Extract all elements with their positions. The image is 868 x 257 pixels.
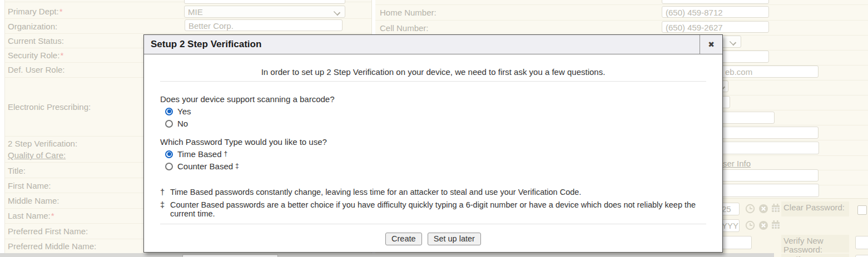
primary-dept-select[interactable]: MIE — [184, 6, 345, 18]
label-home-number: Home Number: — [380, 8, 437, 17]
cell-number-input[interactable]: (650) 459-2627 — [662, 21, 769, 33]
double-dagger-symbol: ‡ — [160, 200, 170, 218]
clock-icon[interactable] — [745, 204, 755, 214]
radio-label: Time Based — [177, 149, 221, 159]
label-def-user-role: Def. User Role: — [8, 65, 65, 74]
row-divider — [375, 4, 868, 5]
calendar-icon[interactable] — [771, 203, 781, 213]
dialog-body: In order to set up 2 Step Verification o… — [144, 67, 722, 245]
label-organization: Organization: — [8, 22, 57, 31]
footnote-text: Counter Based passwords are a better cho… — [170, 200, 706, 218]
label-current-status: Current Status: — [8, 36, 64, 46]
radio-option-yes[interactable]: Yes — [165, 107, 706, 116]
radio-button[interactable] — [165, 163, 173, 170]
dialog-title: Setup 2 Step Verification — [144, 35, 700, 54]
cropped-top-input[interactable] — [662, 0, 769, 4]
create-button[interactable]: Create — [385, 233, 422, 245]
label-2-step-verification: 2 Step Verification: — [8, 139, 77, 148]
radio-label: Counter Based — [177, 162, 233, 171]
clear-date-icon[interactable] — [758, 220, 768, 230]
dagger-symbol: † — [224, 150, 227, 158]
radio-button-selected[interactable] — [165, 150, 173, 158]
close-icon: ✖ — [708, 40, 715, 49]
dialog-intro-text: In order to set up 2 Step Verification o… — [160, 67, 706, 82]
chevron-down-icon — [334, 9, 340, 16]
label-primary-dept: Primary Dept:* — [8, 7, 63, 16]
radio-button-selected[interactable] — [165, 108, 173, 115]
radio-option-no[interactable]: No — [165, 119, 706, 128]
bottom-cropped-row — [0, 253, 774, 257]
radio-option-counter-based[interactable]: Counter Based ‡ — [165, 162, 706, 171]
cropped-top-input[interactable] — [184, 0, 345, 4]
dialog-header: Setup 2 Step Verification ✖ — [144, 35, 722, 54]
verify-new-password-input[interactable] — [855, 236, 868, 249]
set-up-later-button[interactable]: Set up later — [428, 233, 481, 245]
calendar-icon[interactable] — [771, 220, 781, 230]
label-verify-new-password: Verify New Password: — [781, 235, 849, 253]
label-preferred-middle-name: Preferred Middle Name: — [8, 241, 96, 251]
footnote-counter-based: ‡ Counter Based passwords are a better c… — [160, 200, 706, 218]
question-password-type: Which Password Type would you like to us… — [160, 137, 706, 147]
required-asterisk: * — [51, 211, 54, 220]
label-verify-new-pin: Verify New PIN — [781, 254, 849, 257]
user-settings-page: Primary Dept:* Organization: Current Sta… — [0, 0, 868, 257]
dialog-buttons: Create Set up later — [160, 233, 706, 245]
required-asterisk: * — [59, 7, 63, 16]
verify-new-pin-input[interactable] — [855, 255, 868, 257]
row-divider — [375, 20, 868, 21]
footnote-text: Time Based passwords constantly change, … — [170, 188, 581, 196]
radio-button[interactable] — [165, 120, 173, 128]
label-security-role: Security Role:* — [8, 51, 63, 60]
label-last-name: Last Name:* — [8, 211, 54, 220]
label-preferred-first-name: Preferred First Name: — [8, 226, 88, 236]
row-divider — [5, 33, 371, 34]
quality-of-care-link[interactable]: Quality of Care: — [8, 150, 66, 160]
setup-2-step-verification-dialog: Setup 2 Step Verification ✖ In order to … — [143, 34, 723, 253]
user-info-link[interactable]: ser Info — [723, 159, 751, 168]
occluded-input[interactable] — [182, 254, 278, 257]
clear-date-icon[interactable] — [758, 204, 768, 214]
label-first-name: First Name: — [8, 181, 51, 190]
dialog-close-button[interactable]: ✖ — [700, 35, 722, 54]
radio-label: No — [177, 119, 188, 128]
radio-label: Yes — [177, 107, 191, 116]
label-title: Title: — [8, 166, 26, 175]
footnote-time-based: † Time Based passwords constantly change… — [160, 188, 706, 196]
label-electronic-prescribing: Electronic Prescribing: — [8, 102, 91, 112]
home-number-input[interactable]: (650) 459-8712 — [662, 6, 769, 18]
radio-option-time-based[interactable]: Time Based † — [165, 149, 706, 159]
label-middle-name: Middle Name: — [8, 196, 59, 205]
footnotes: † Time Based passwords constantly change… — [160, 188, 706, 218]
chevron-down-icon — [730, 39, 736, 46]
question-barcode: Does your device support scanning a barc… — [160, 94, 706, 104]
clear-password-checkbox[interactable] — [857, 205, 867, 215]
row-divider — [5, 18, 371, 19]
divider — [160, 224, 706, 224]
label-cell-number: Cell Number: — [380, 23, 429, 33]
dagger-symbol: † — [160, 188, 170, 196]
organization-input[interactable]: Better Corp. — [185, 19, 343, 31]
clock-icon[interactable] — [745, 220, 755, 230]
double-dagger-symbol: ‡ — [235, 162, 239, 170]
label-clear-password: Clear Password: — [781, 201, 849, 216]
required-asterisk: * — [60, 51, 63, 60]
